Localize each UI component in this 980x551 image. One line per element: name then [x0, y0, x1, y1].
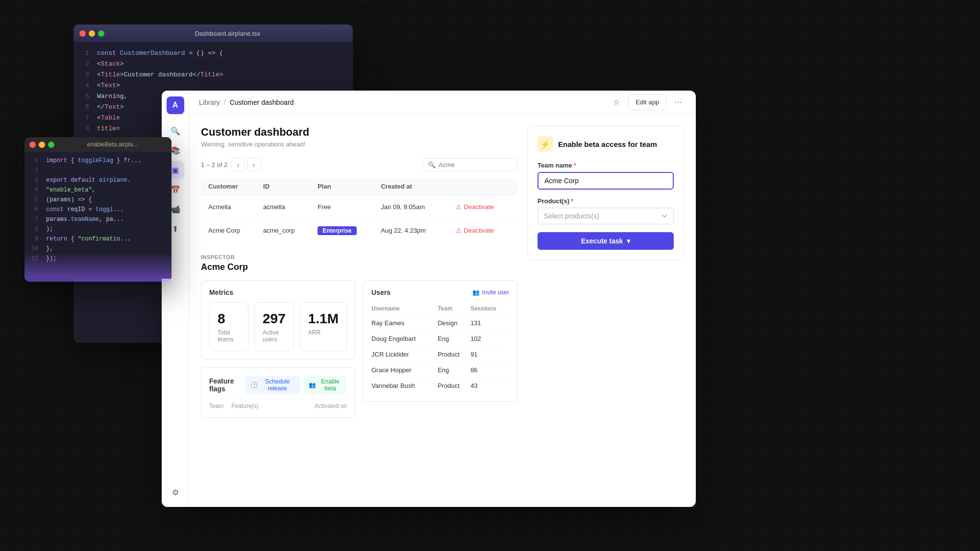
prev-page-button[interactable]: ‹ — [231, 158, 245, 171]
page-subtitle: Warning, sensitive operations ahead! — [201, 141, 517, 148]
breadcrumb-current: Customer dashboard — [230, 98, 294, 106]
code-line: 3 <Title>Customer dashboard</Title> — [81, 70, 345, 80]
warning-icon-2: ⚠ — [456, 227, 462, 234]
deactivate-button-2[interactable]: ⚠ Deactivate — [452, 225, 498, 236]
left-section: Customer dashboard Warning, sensitive op… — [201, 126, 517, 495]
execute-task-button[interactable]: Execute task ▾ — [538, 232, 674, 250]
metric-total-teams: 8 Total teams — [209, 302, 248, 351]
col-created: Created at — [374, 178, 444, 195]
cell-created: Aug 22, 4:23pm — [374, 219, 444, 242]
required-star-products: * — [571, 197, 573, 205]
upload-icon: ⬆ — [172, 224, 178, 234]
tl-close-back[interactable] — [79, 30, 86, 37]
col-plan: Plan — [311, 178, 374, 195]
user-name: JCR Licklider — [371, 347, 438, 362]
right-panel-title: Enable beta access for team — [558, 140, 657, 148]
library-icon: 📚 — [171, 146, 180, 155]
ff-title: Feature flags — [209, 377, 245, 393]
list-item: Ray Eames Design 131 — [371, 315, 509, 331]
list-item: JCR Licklider Product 91 — [371, 347, 509, 362]
users-title: Users — [371, 288, 391, 296]
user-sessions: 91 — [470, 347, 509, 362]
tl-min-back[interactable] — [89, 30, 95, 37]
editor-back-titlebar: Dashboard.airplane.tsx — [74, 24, 353, 42]
apps-icon: ▣ — [172, 166, 179, 175]
content-body: Customer dashboard Warning, sensitive op… — [189, 114, 696, 507]
editor-front-titlebar: enableBeta.airpla... — [24, 137, 172, 152]
content-area: Library / Customer dashboard ☆ Edit app … — [189, 91, 696, 507]
topbar-actions: ☆ Edit app ⋯ — [609, 95, 686, 110]
sidebar-logo: A — [167, 96, 184, 114]
user-team: Product — [438, 347, 470, 362]
metric-active-users: 297 Active users — [254, 302, 294, 351]
breadcrumb-library[interactable]: Library — [199, 98, 220, 106]
cell-id: acmella — [256, 195, 311, 219]
metric-value-arr: 1.1M — [308, 311, 339, 327]
gear-icon: ⚙ — [172, 488, 179, 497]
tl-close-front[interactable] — [29, 142, 36, 148]
code-line: 1const CustomerDashboard = () => ( — [81, 48, 345, 59]
code-line: 2 <Stack> — [81, 59, 345, 70]
code-body-front: 1import { toggleFlag } fr... 2 3export d… — [24, 152, 172, 279]
users-col-username: Username — [371, 302, 438, 315]
code-editor-front: enableBeta.airpla... 1import { toggleFla… — [24, 137, 172, 282]
col-id: ID — [256, 178, 311, 195]
search-box[interactable]: 🔍 — [422, 158, 517, 171]
warning-icon-1: ⚠ — [456, 203, 462, 211]
users-icon: 👥 — [472, 289, 480, 296]
metric-value-teams: 8 — [218, 311, 240, 327]
cell-plan: Enterprise — [311, 219, 374, 242]
editor-front-tab: enableBeta.airpla... — [58, 141, 167, 148]
team-name-input[interactable] — [538, 172, 674, 190]
main-panel: A 🔍 📚 ▣ 📅 📹 ⬆ ⚙ Library / — [162, 91, 696, 507]
more-options-button[interactable]: ⋯ — [670, 95, 686, 110]
tl-max-front[interactable] — [48, 142, 54, 148]
team-name-label: Team name * — [538, 162, 674, 169]
products-select[interactable]: Select products(s) — [538, 208, 674, 224]
right-panel-header: ⚡ Enable beta access for team — [538, 136, 674, 152]
user-sessions: 43 — [470, 378, 509, 394]
star-button[interactable]: ☆ — [609, 95, 624, 110]
cell-action: ⚠ Deactivate — [445, 219, 517, 242]
cell-plan: Free — [311, 195, 374, 219]
user-name: Doug Engelbart — [371, 331, 438, 347]
users-col-sessions: Sessions — [470, 302, 509, 315]
user-name: Grace Hopper — [371, 362, 438, 378]
required-star-team: * — [574, 162, 576, 169]
user-team: Product — [438, 378, 470, 394]
users-col-team: Team — [438, 302, 470, 315]
user-sessions: 102 — [470, 331, 509, 347]
metrics-card: Metrics 8 Total teams 297 Active users — [201, 280, 355, 359]
metrics-col: Metrics 8 Total teams 297 Active users — [201, 280, 355, 418]
sidebar-item-settings[interactable]: ⚙ — [167, 483, 184, 501]
search-icon: 🔍 — [171, 126, 180, 136]
code-line: 4 <Text> — [81, 80, 345, 91]
edit-app-button[interactable]: Edit app — [628, 95, 666, 110]
tl-min-front[interactable] — [39, 142, 45, 148]
deactivate-button-1[interactable]: ⚠ Deactivate — [452, 201, 498, 213]
user-name: Ray Eames — [371, 315, 438, 331]
invite-user-button[interactable]: 👥 Invite user — [472, 289, 509, 296]
metric-label-teams: Total teams — [218, 329, 240, 343]
schedule-release-button[interactable]: 🕐 Schedule release — [245, 376, 300, 394]
breadcrumb-separator: / — [224, 98, 226, 106]
metric-value-users: 297 — [263, 311, 286, 327]
tl-max-back[interactable] — [98, 30, 104, 37]
users-table: Username Team Sessions Ray Eames — [371, 302, 509, 393]
cell-action: ⚠ Deactivate — [445, 195, 517, 219]
lightning-icon: ⚡ — [538, 136, 553, 152]
enable-beta-button[interactable]: 👥 Enable beta — [304, 376, 347, 394]
list-item: Doug Engelbart Eng 102 — [371, 331, 509, 347]
clock-icon: 🕐 — [250, 382, 258, 388]
next-page-button[interactable]: › — [247, 158, 261, 171]
user-team: Eng — [438, 331, 470, 347]
sidebar-item-search[interactable]: 🔍 — [167, 122, 184, 140]
search-input[interactable] — [439, 161, 512, 168]
user-name: Vannebar Bush — [371, 378, 438, 394]
metrics-grid: 8 Total teams 297 Active users 1.1M — [209, 302, 347, 351]
right-panel: ⚡ Enable beta access for team Team name … — [527, 126, 684, 260]
inspector-title: Acme Corp — [201, 262, 517, 272]
col-action — [445, 178, 517, 195]
calendar-icon: 📅 — [171, 185, 180, 194]
traffic-lights-back — [79, 30, 104, 37]
